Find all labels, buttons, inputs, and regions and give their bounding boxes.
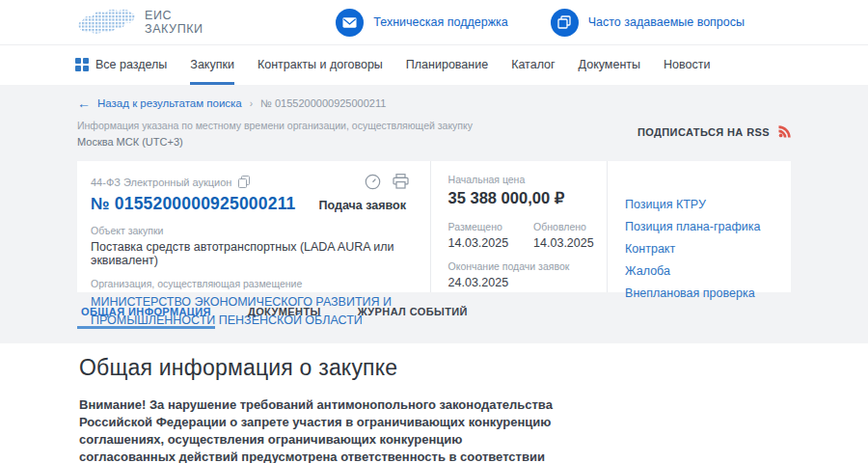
topbar-right: Техническая поддержка Часто задаваемые в… [336, 9, 791, 37]
timezone-value: Москва МСК (UTC+3) [77, 136, 473, 148]
logo-line-1: ЕИС [145, 9, 203, 22]
nav-item-contracts[interactable]: Контракты и договоры [258, 45, 383, 85]
link-ktru-position[interactable]: Позиция КТРУ [625, 198, 781, 211]
nav-item-news[interactable]: Новости [664, 45, 710, 85]
card-links-column: Позиция КТРУ Позиция плана-графика Контр… [607, 161, 791, 292]
back-link-label: Назад к результатам поиска [97, 97, 242, 109]
purchase-number-row: № 0155200000925000211 Подача заявок [91, 194, 417, 214]
eis-logo-text: ЕИС ЗАКУПКИ [145, 9, 203, 37]
breadcrumb-separator-icon: › [250, 98, 253, 109]
timezone-note: Информация указана по местному времени о… [77, 120, 473, 131]
object-label: Объект закупки [91, 225, 417, 236]
nav-item-catalog[interactable]: Каталог [511, 45, 555, 85]
eis-logo-map-icon [75, 5, 137, 40]
link-unscheduled-inspection[interactable]: Внеплановая проверка [625, 286, 781, 300]
sections-grid-icon [75, 58, 89, 71]
clock-icon[interactable] [365, 174, 381, 190]
purchase-card: 44-ФЗ Электронный аукцион [77, 161, 791, 292]
print-icon[interactable] [393, 174, 409, 190]
law-type-label: 44-ФЗ Электронный аукцион [91, 177, 231, 188]
timezone-info: Информация указана по местному времени о… [77, 120, 473, 148]
object-value: Поставка средств автотранспортных (LADA … [91, 240, 417, 267]
purchase-number-link[interactable]: № 0155200000925000211 [91, 194, 296, 214]
placed-value: 14.03.2025 [448, 236, 509, 250]
logo-line-2: ЗАКУПКИ [145, 22, 203, 36]
faq-label: Часто задаваемые вопросы [588, 15, 745, 29]
link-complaint[interactable]: Жалоба [625, 264, 781, 278]
meta-row: Информация указана по местному времени о… [77, 120, 791, 148]
main-nav: Все разделы Закупки Контракты и договоры… [0, 44, 868, 85]
copy-icon[interactable] [238, 176, 250, 188]
page-title: Общая информация о закупке [79, 355, 791, 381]
price-value: 35 388 000,00 ₽ [448, 189, 592, 207]
tab-documents[interactable]: ДОКУМЕНТЫ [244, 306, 325, 329]
updated-value: 14.03.2025 [533, 236, 594, 250]
nav-item-planning[interactable]: Планирование [406, 45, 488, 85]
breadcrumb: ← Назад к результатам поиска › № 0155200… [77, 85, 791, 110]
faq-link[interactable]: Часто задаваемые вопросы [551, 9, 745, 37]
updated-label: Обновлено [533, 221, 594, 232]
tab-event-log[interactable]: ЖУРНАЛ СОБЫТИЙ [354, 306, 472, 329]
back-to-results-link[interactable]: ← Назад к результатам поиска [77, 96, 242, 110]
link-plan-schedule-position[interactable]: Позиция плана-графика [625, 220, 781, 233]
tech-support-label: Техническая поддержка [373, 15, 507, 29]
top-header: ЕИС ЗАКУПКИ Техническая поддержка Часто … [0, 0, 868, 44]
nav-all-sections[interactable]: Все разделы [75, 45, 167, 85]
law-row: 44-ФЗ Электронный аукцион [91, 174, 417, 190]
page-body: ← Назад к результатам поиска › № 0155200… [0, 85, 868, 343]
price-label: Начальная цена [448, 174, 592, 185]
updated-date: Обновлено 14.03.2025 [533, 221, 594, 250]
link-contract[interactable]: Контракт [625, 242, 781, 256]
rss-subscribe-link[interactable]: ПОДПИСАТЬСЯ НА RSS [637, 125, 791, 138]
rss-subscribe-label: ПОДПИСАТЬСЯ НА RSS [637, 126, 770, 138]
card-main-column: 44-ФЗ Электронный аукцион [77, 161, 430, 292]
deadline-label: Окончание подачи заявок [448, 260, 592, 272]
tab-general-info[interactable]: ОБЩАЯ ИНФОРМАЦИЯ [77, 306, 215, 329]
card-action-icons [365, 174, 417, 190]
back-arrow-icon: ← [77, 96, 91, 110]
antimonopoly-warning: Внимание! За нарушение требований антимо… [79, 396, 554, 463]
placed-label: Размещено [448, 221, 509, 232]
general-info-section: Общая информация о закупке Внимание! За … [0, 343, 868, 463]
dates-row: Размещено 14.03.2025 Обновлено 14.03.202… [448, 221, 592, 250]
faq-icon [551, 9, 579, 37]
tabs-bar: ОБЩАЯ ИНФОРМАЦИЯ ДОКУМЕНТЫ ЖУРНАЛ СОБЫТИ… [77, 306, 791, 329]
rss-icon [778, 125, 791, 138]
deadline-value: 24.03.2025 [448, 276, 592, 289]
nav-all-sections-label: Все разделы [95, 58, 167, 71]
placed-date: Размещено 14.03.2025 [448, 221, 509, 250]
nav-item-documents[interactable]: Документы [579, 45, 640, 85]
organization-label: Организация, осуществляющая размещение [91, 278, 417, 289]
envelope-icon [336, 9, 364, 37]
nav-item-zakupki[interactable]: Закупки [190, 45, 234, 85]
law-type: 44-ФЗ Электронный аукцион [91, 176, 250, 188]
tech-support-link[interactable]: Техническая поддержка [336, 9, 507, 37]
eis-logo[interactable]: ЕИС ЗАКУПКИ [75, 5, 203, 40]
stage-badge: Подача заявок [319, 199, 406, 212]
breadcrumb-current: № 0155200000925000211 [260, 97, 386, 109]
card-price-column: Начальная цена 35 388 000,00 ₽ Размещено… [430, 161, 608, 292]
